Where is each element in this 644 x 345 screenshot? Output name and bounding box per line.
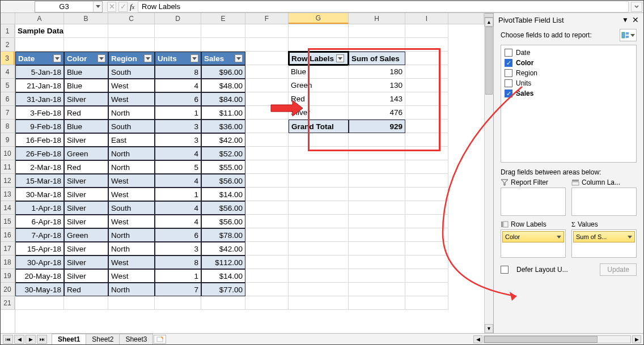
cell[interactable]: 7 (155, 283, 201, 296)
cell[interactable] (289, 174, 349, 188)
cell[interactable]: $78.00 (201, 228, 245, 242)
field-row[interactable]: Units (505, 78, 633, 88)
field-checkbox[interactable] (505, 79, 512, 87)
cell[interactable]: 15-Apr-18 (15, 242, 64, 255)
cell[interactable] (245, 188, 289, 201)
cell[interactable] (64, 38, 108, 52)
row-header-11[interactable]: 11 (1, 160, 15, 174)
col-header-A[interactable]: A (15, 13, 64, 24)
cell[interactable]: South (108, 120, 155, 133)
col-header-I[interactable]: I (405, 13, 448, 24)
filter-dropdown-icon[interactable] (190, 54, 198, 62)
cell[interactable]: 30-Apr-18 (15, 255, 64, 269)
cell[interactable] (405, 269, 448, 283)
hscroll-thumb[interactable] (484, 336, 598, 343)
field-checkbox[interactable]: ✓ (505, 59, 512, 67)
row-header-17[interactable]: 17 (1, 242, 15, 255)
cell[interactable]: 4 (155, 174, 201, 188)
row-labels-item[interactable]: Color (502, 231, 564, 242)
scroll-thumb[interactable] (485, 27, 493, 95)
cell[interactable] (405, 255, 448, 269)
cell[interactable] (289, 188, 349, 201)
cell[interactable]: 4 (155, 147, 201, 160)
cell[interactable]: Silver (64, 269, 108, 283)
field-checkbox[interactable] (505, 69, 512, 77)
filter-dropdown-icon[interactable] (53, 54, 61, 62)
cell[interactable] (349, 160, 405, 174)
cell[interactable] (245, 201, 289, 215)
cell[interactable] (405, 188, 448, 201)
expand-formula-bar[interactable] (631, 2, 642, 12)
cell[interactable] (245, 24, 289, 38)
cell[interactable]: $11.00 (201, 106, 245, 120)
worksheet-grid[interactable]: 123456789101112131415161718192021 ABCDEF… (1, 13, 484, 333)
row-header-2[interactable]: 2 (1, 38, 15, 52)
cell[interactable] (15, 296, 64, 310)
cell[interactable] (349, 188, 405, 201)
cell[interactable] (245, 283, 289, 296)
cell[interactable]: Silver (64, 201, 108, 215)
scroll-track[interactable] (485, 27, 493, 324)
row-header-7[interactable]: 7 (1, 106, 15, 120)
row-header-14[interactable]: 14 (1, 201, 15, 215)
cell[interactable]: $56.00 (201, 215, 245, 228)
cell[interactable]: $96.00 (201, 65, 245, 79)
cell[interactable]: Blue (64, 120, 108, 133)
cell[interactable]: $55.00 (201, 160, 245, 174)
field-row[interactable]: Region (505, 68, 633, 78)
cell[interactable]: West (108, 174, 155, 188)
cell[interactable]: 6 (155, 228, 201, 242)
row-header-4[interactable]: 4 (1, 65, 15, 79)
cell[interactable] (245, 296, 289, 310)
cell[interactable]: $84.00 (201, 92, 245, 106)
cell[interactable]: $56.00 (201, 174, 245, 188)
sheet-tab[interactable]: Sheet2 (86, 334, 120, 344)
cell[interactable]: South (108, 65, 155, 79)
cell[interactable] (289, 228, 349, 242)
panel-layout-options[interactable] (620, 29, 637, 41)
cell[interactable] (245, 38, 289, 52)
prev-sheet-button[interactable]: ◀ (14, 335, 24, 344)
cell[interactable] (289, 160, 349, 174)
cell[interactable]: North (108, 228, 155, 242)
cell[interactable] (245, 228, 289, 242)
cell[interactable] (245, 133, 289, 147)
row-header-9[interactable]: 9 (1, 133, 15, 147)
cell[interactable]: Silver (64, 92, 108, 106)
cell[interactable]: $42.00 (201, 242, 245, 255)
cell[interactable]: $36.00 (201, 120, 245, 133)
cell[interactable] (289, 283, 349, 296)
cell[interactable] (245, 65, 289, 79)
cell[interactable]: $14.00 (201, 188, 245, 201)
cell[interactable] (289, 269, 349, 283)
cell[interactable]: West (108, 79, 155, 92)
cell[interactable]: West (108, 92, 155, 106)
sheet-tab[interactable]: Sheet3 (119, 334, 153, 344)
row-header-13[interactable]: 13 (1, 188, 15, 201)
cell[interactable]: 31-Jan-18 (15, 92, 64, 106)
cell[interactable]: 8 (155, 255, 201, 269)
cell[interactable]: 6-Apr-18 (15, 215, 64, 228)
cancel-formula-button[interactable]: ✕ (107, 2, 116, 12)
cell[interactable]: 5 (155, 160, 201, 174)
cell[interactable]: $77.00 (201, 283, 245, 296)
cell[interactable] (289, 296, 349, 310)
cell[interactable]: 1 (155, 269, 201, 283)
cell[interactable] (405, 201, 448, 215)
col-header-B[interactable]: B (64, 13, 108, 24)
cell[interactable] (349, 174, 405, 188)
cell[interactable]: North (108, 106, 155, 120)
cell[interactable] (155, 38, 201, 52)
cell[interactable]: Red (64, 160, 108, 174)
cell[interactable] (289, 201, 349, 215)
cell[interactable]: East (108, 133, 155, 147)
cell[interactable]: Silver (64, 255, 108, 269)
cell[interactable] (245, 147, 289, 160)
title-cell[interactable]: Sample Data (15, 24, 64, 38)
row-labels-drop[interactable]: Color (501, 229, 566, 258)
cell[interactable] (349, 228, 405, 242)
field-checkbox[interactable] (505, 49, 512, 57)
cell[interactable] (405, 242, 448, 255)
row-header-5[interactable]: 5 (1, 79, 15, 92)
cell[interactable]: Blue (64, 79, 108, 92)
